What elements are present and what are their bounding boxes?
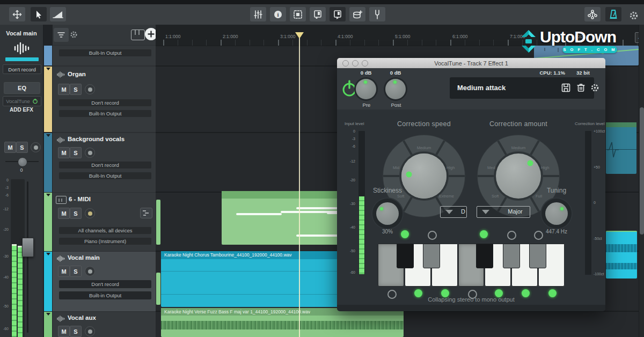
track-name[interactable]: Vocal main <box>68 254 100 261</box>
piano-key-asharp[interactable] <box>529 244 546 268</box>
routing-button[interactable] <box>584 7 601 21</box>
track-output-button[interactable]: Built-In Output <box>59 49 151 56</box>
track-output-button[interactable]: Built-in Output <box>59 291 151 299</box>
track-color-chip[interactable] <box>44 252 52 311</box>
audio-clip-small[interactable] <box>606 122 636 174</box>
eq-button[interactable]: EQ <box>4 82 40 94</box>
piano-key-dsharp[interactable] <box>423 244 440 268</box>
settings-button[interactable] <box>629 11 639 23</box>
key-dropdown[interactable]: D <box>440 206 467 218</box>
add-instrument-button[interactable] <box>349 7 365 21</box>
close-window-button[interactable] <box>342 60 349 67</box>
post-gain-knob[interactable] <box>385 79 406 99</box>
grid-edit-button[interactable] <box>290 7 306 21</box>
track-filter-button[interactable] <box>54 28 69 42</box>
volume-fader-handle[interactable] <box>22 238 34 257</box>
track-solo-button[interactable]: S <box>70 326 82 337</box>
scrollbar-thumb[interactable] <box>640 107 644 235</box>
track-row-vocal-main[interactable]: Vocal main M S Don't record Built-in Out… <box>53 252 156 311</box>
track-row-organ[interactable]: Organ M S Don't record Built-In Output <box>53 67 156 132</box>
track-solo-button[interactable]: S <box>70 266 82 277</box>
collapse-arrow-icon[interactable] <box>46 134 50 137</box>
track-name[interactable]: 6 - MIDI <box>69 196 91 202</box>
track-record-mode[interactable]: Don't record <box>59 280 151 288</box>
record-mode-button[interactable]: Don't record <box>3 64 41 74</box>
track-mute-button[interactable]: M <box>58 326 70 337</box>
stickiness-knob[interactable] <box>376 202 399 225</box>
track-row-midi[interactable]: 6 - MIDI M S All channels, all devices P… <box>53 193 156 251</box>
timeline-ruler[interactable]: 1:1:000 2:1:000 3:1:000 4:1:000 5:1:000 … <box>156 25 644 46</box>
scale-dropdown[interactable]: Major <box>477 206 530 218</box>
metronome-button[interactable] <box>605 7 621 21</box>
preset-selector[interactable]: Medium attack <box>450 77 594 99</box>
plugin-power-button[interactable] <box>341 79 357 98</box>
add-efx-button[interactable]: ADD EFX <box>0 107 43 113</box>
channel-solo-button[interactable]: S <box>16 142 28 153</box>
track-color-chip[interactable] <box>44 67 52 132</box>
track-color-chip[interactable] <box>44 193 52 251</box>
info-button[interactable]: i <box>270 7 286 21</box>
track-record-arm[interactable] <box>85 148 95 158</box>
midi-instrument-button[interactable]: Piano (Instrument) <box>59 238 151 245</box>
track-row[interactable]: Built-In Output <box>53 46 156 65</box>
track-record-mode[interactable]: Don't record <box>59 99 151 106</box>
delete-preset-button[interactable] <box>577 83 585 92</box>
track-color-chip[interactable] <box>44 46 52 65</box>
move-tool-button[interactable] <box>9 7 25 21</box>
preset-settings-button[interactable] <box>590 83 599 92</box>
collapse-arrow-icon[interactable] <box>46 68 50 70</box>
clip-edge-sliver[interactable] <box>156 200 160 245</box>
track-color-chip[interactable] <box>44 312 52 337</box>
fade-tool-button[interactable] <box>50 7 66 21</box>
collapse-arrow-icon[interactable] <box>46 313 50 316</box>
piano-key-csharp[interactable] <box>397 244 414 268</box>
vertical-scrollbar[interactable] <box>639 25 644 337</box>
audio-clip-cyan[interactable] <box>606 231 637 279</box>
note-toggle-gsharp[interactable] <box>507 231 516 240</box>
track-record-arm[interactable] <box>85 84 95 94</box>
track-settings-button[interactable] <box>70 31 78 41</box>
track-name[interactable]: Background vocals <box>68 136 125 142</box>
pan-knob[interactable] <box>18 157 27 167</box>
minimize-window-button[interactable] <box>352 60 358 67</box>
track-name[interactable]: Vocal aux <box>68 314 96 321</box>
channel-record-arm-button[interactable] <box>31 142 41 152</box>
track-solo-button[interactable]: S <box>70 84 82 95</box>
track-row-background-vocals[interactable]: Background vocals M S Don't record Built… <box>53 133 156 192</box>
track-color-chip[interactable] <box>44 133 52 192</box>
track-name[interactable]: Organ <box>68 71 86 77</box>
plugin-titlebar[interactable]: VocalTune - Track 7 Effect 1 <box>337 58 605 68</box>
zoom-window-button[interactable] <box>362 60 368 67</box>
note-toggle-dsharp[interactable] <box>428 231 437 240</box>
track-solo-button[interactable]: S <box>70 147 82 158</box>
panel-b-button[interactable] <box>330 7 346 21</box>
pre-gain-knob[interactable] <box>356 79 376 99</box>
track-mute-button[interactable]: M <box>58 147 70 158</box>
track-record-mode[interactable]: Don't record <box>59 162 151 169</box>
midi-input-button[interactable]: All channels, all devices <box>59 227 151 234</box>
track-output-button[interactable]: Built-In Output <box>59 110 151 117</box>
collapse-arrow-icon[interactable] <box>46 194 50 196</box>
tuner-button[interactable] <box>369 7 385 21</box>
track-mute-button[interactable]: M <box>58 84 70 95</box>
vocaltune-effect-button[interactable]: VocalTune <box>3 96 41 106</box>
track-record-arm[interactable] <box>85 266 95 276</box>
audio-clip-fuzzbass[interactable]: Karaoke Night Verse Fuzz Bass F maj var … <box>161 308 404 337</box>
track-mute-button[interactable]: M <box>58 266 70 277</box>
virtual-keyboard-button[interactable] <box>131 30 145 40</box>
panel-a-button[interactable] <box>310 7 326 21</box>
piano-key-gsharp[interactable] <box>503 244 520 268</box>
track-mute-button[interactable]: M <box>58 208 70 219</box>
playhead-line[interactable] <box>299 38 300 337</box>
save-preset-button[interactable] <box>561 83 570 92</box>
piano-roll-button[interactable] <box>140 208 152 218</box>
track-record-arm[interactable] <box>85 208 95 218</box>
channel-mute-button[interactable]: M <box>4 142 16 153</box>
track-row-vocal-aux[interactable]: Vocal aux M S <box>53 312 156 337</box>
midi-note[interactable] <box>236 213 282 215</box>
mixer-button[interactable] <box>250 7 266 21</box>
note-toggle-asharp[interactable] <box>534 231 543 240</box>
track-record-arm[interactable] <box>85 326 95 336</box>
tuning-knob[interactable] <box>545 202 568 225</box>
piano-key-fsharp[interactable] <box>476 244 493 268</box>
